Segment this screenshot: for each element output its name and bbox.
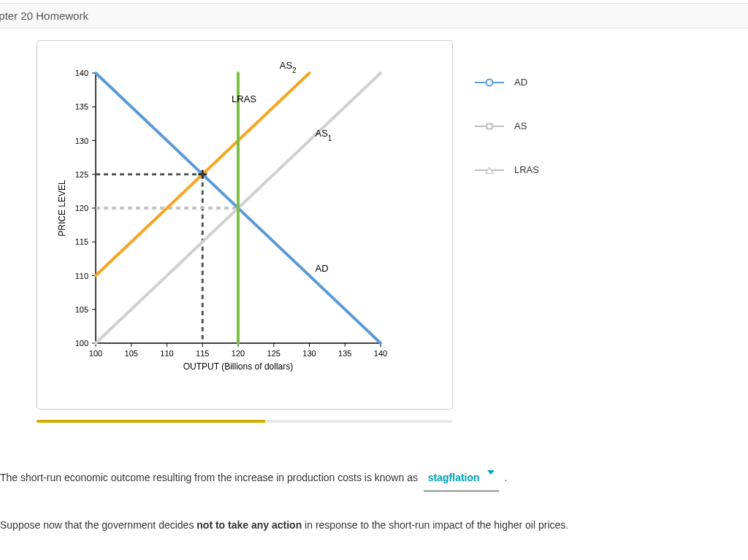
svg-text:140: 140 <box>75 69 88 77</box>
question-line-1: The short-run economic outcome resulting… <box>0 467 748 491</box>
svg-text:120: 120 <box>232 349 245 358</box>
svg-text:PRICE LEVEL: PRICE LEVEL <box>57 180 67 237</box>
legend-ad[interactable]: AD <box>475 77 539 88</box>
page-title: apter 20 Homework <box>0 9 88 22</box>
svg-text:125: 125 <box>267 349 280 358</box>
svg-text:105: 105 <box>75 305 88 314</box>
svg-text:AS2: AS2 <box>280 60 297 74</box>
legend-lras[interactable]: LRAS <box>475 164 539 175</box>
progress-divider <box>37 420 453 423</box>
legend-lras-label: LRAS <box>514 164 539 175</box>
svg-text:120: 120 <box>75 204 88 212</box>
economics-chart[interactable]: 1001051101151201251301351401001051101151… <box>45 51 439 387</box>
svg-text:125: 125 <box>75 170 88 179</box>
svg-text:130: 130 <box>75 137 88 145</box>
svg-text:110: 110 <box>75 272 88 280</box>
question-line-2: Suppose now that the government decides … <box>0 514 748 537</box>
svg-text:140: 140 <box>374 349 387 358</box>
svg-text:100: 100 <box>89 349 102 358</box>
svg-text:AD: AD <box>316 263 329 274</box>
legend-ad-label: AD <box>514 77 527 88</box>
chart-legend: AD AS LRAS <box>475 40 539 410</box>
svg-text:100: 100 <box>75 339 88 348</box>
page-header: apter 20 Homework <box>0 3 748 28</box>
svg-text:130: 130 <box>302 349 316 358</box>
svg-text:135: 135 <box>75 102 88 111</box>
legend-as-label: AS <box>514 120 527 131</box>
svg-text:LRAS: LRAS <box>232 93 256 104</box>
svg-text:110: 110 <box>160 349 173 358</box>
svg-text:115: 115 <box>75 237 88 246</box>
svg-text:105: 105 <box>125 349 138 358</box>
svg-text:135: 135 <box>338 349 351 358</box>
svg-text:115: 115 <box>196 349 209 358</box>
svg-text:OUTPUT (Billions of dollars): OUTPUT (Billions of dollars) <box>183 361 293 372</box>
svg-text:AS1: AS1 <box>316 128 332 142</box>
legend-as[interactable]: AS <box>475 120 539 131</box>
chart-container: 1001051101151201251301351401001051101151… <box>37 40 453 410</box>
stagflation-dropdown[interactable]: stagflation <box>424 467 499 491</box>
